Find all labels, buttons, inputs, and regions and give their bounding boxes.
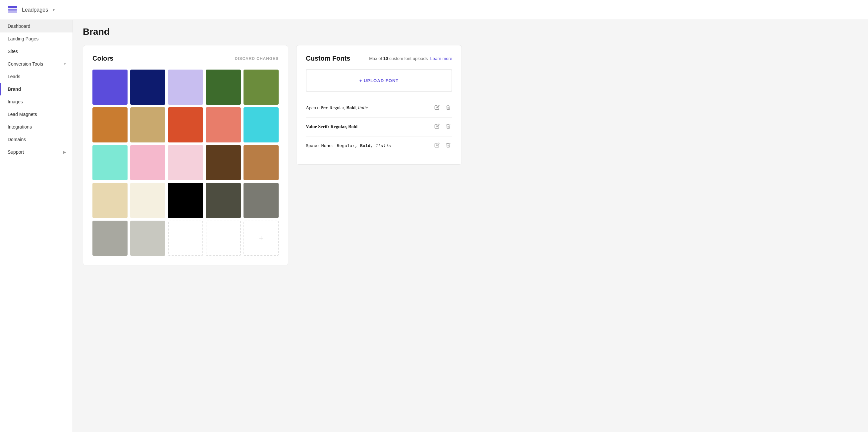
- sidebar-item-images[interactable]: Images: [0, 95, 72, 108]
- fonts-card-header: Custom Fonts Max of 10 custom font uploa…: [306, 55, 452, 62]
- main-content: Brand Colors DISCARD CHANGES + Custom Fo…: [73, 0, 868, 432]
- font-delete-button-space-mono[interactable]: [444, 141, 452, 150]
- sidebar-item-leads[interactable]: Leads: [0, 70, 72, 83]
- svg-rect-2: [8, 6, 17, 8]
- topbar-chevron-icon: ▾: [53, 8, 55, 12]
- sidebar-item-lead-magnets[interactable]: Lead Magnets: [0, 108, 72, 121]
- color-swatch-14[interactable]: [244, 145, 279, 180]
- color-swatch-2[interactable]: [168, 69, 203, 105]
- sidebar-item-label-lead-magnets: Lead Magnets: [8, 112, 66, 117]
- sidebar-item-label-dashboard: Dashboard: [8, 24, 66, 29]
- color-swatch-8[interactable]: [206, 107, 241, 143]
- color-swatch-24[interactable]: +: [244, 221, 279, 256]
- colors-card: Colors DISCARD CHANGES +: [83, 45, 288, 265]
- svg-rect-0: [8, 11, 17, 13]
- font-entry-value-serif: Value Serif: Regular, Bold: [306, 118, 452, 136]
- content-grid: Colors DISCARD CHANGES + Custom Fonts Ma…: [83, 45, 858, 265]
- color-swatch-22[interactable]: [168, 221, 203, 256]
- sidebar: Dashboard Landing Pages Sites Conversion…: [0, 0, 73, 432]
- topbar-logo[interactable]: Leadpages ▾: [7, 4, 55, 16]
- font-entry-space-mono: Space Mono: Regular, Bold, Italic: [306, 136, 452, 155]
- color-swatch-18[interactable]: [206, 183, 241, 218]
- color-swatch-13[interactable]: [206, 145, 241, 180]
- sidebar-chevron-conversion-tools: ▾: [64, 62, 66, 66]
- sidebar-item-label-brand: Brand: [8, 87, 66, 92]
- sidebar-item-integrations[interactable]: Integrations: [0, 121, 72, 133]
- font-actions-value-serif: [433, 122, 452, 131]
- upload-font-button[interactable]: + UPLOAD FONT: [360, 78, 399, 83]
- color-swatch-20[interactable]: [92, 221, 128, 256]
- color-swatch-23[interactable]: [206, 221, 241, 256]
- discard-changes-button[interactable]: DISCARD CHANGES: [235, 56, 279, 61]
- font-entry-apercu: Apercu Pro: Regular, Bold, Italic: [306, 99, 452, 118]
- sidebar-chevron-support: ▶: [63, 150, 66, 154]
- colors-section-title: Colors: [92, 55, 113, 62]
- sidebar-item-dashboard[interactable]: Dashboard: [0, 20, 72, 32]
- fonts-subtitle-suffix: custom font uploads: [389, 56, 428, 61]
- leadpages-logo-icon: [7, 4, 19, 16]
- sidebar-item-brand[interactable]: Brand: [0, 83, 72, 95]
- fonts-subtitle: Max of 10 custom font uploads Learn more: [369, 56, 452, 61]
- color-swatch-16[interactable]: [130, 183, 165, 218]
- font-edit-button-apercu[interactable]: [433, 103, 441, 113]
- font-name-space-mono: Space Mono: Regular, Bold, Italic: [306, 144, 433, 148]
- fonts-section-title: Custom Fonts: [306, 55, 350, 62]
- color-swatch-17[interactable]: [168, 183, 203, 218]
- color-swatch-9[interactable]: [244, 107, 279, 143]
- learn-more-link[interactable]: Learn more: [430, 56, 452, 61]
- svg-rect-1: [8, 9, 17, 10]
- topbar: Leadpages ▾: [0, 0, 868, 20]
- color-swatch-19[interactable]: [244, 183, 279, 218]
- sidebar-item-label-leads: Leads: [8, 74, 66, 79]
- font-edit-button-space-mono[interactable]: [433, 141, 441, 150]
- sidebar-item-label-sites: Sites: [8, 49, 66, 54]
- font-name-value-serif: Value Serif: Regular, Bold: [306, 124, 433, 129]
- font-actions-apercu: [433, 103, 452, 113]
- sidebar-item-label-support: Support: [8, 149, 63, 155]
- fonts-list: Apercu Pro: Regular, Bold, Italic Value …: [306, 99, 452, 155]
- sidebar-item-label-integrations: Integrations: [8, 124, 66, 129]
- sidebar-item-label-conversion-tools: Conversion Tools: [8, 61, 64, 67]
- sidebar-item-conversion-tools[interactable]: Conversion Tools ▾: [0, 58, 72, 70]
- color-swatch-3[interactable]: [206, 69, 241, 105]
- font-delete-button-apercu[interactable]: [444, 103, 452, 113]
- color-swatch-21[interactable]: [130, 221, 165, 256]
- sidebar-item-label-images: Images: [8, 99, 66, 104]
- color-grid: +: [92, 69, 279, 256]
- color-swatch-15[interactable]: [92, 183, 128, 218]
- color-swatch-0[interactable]: [92, 69, 128, 105]
- font-delete-button-value-serif[interactable]: [444, 122, 452, 131]
- topbar-brand-label: Leadpages: [22, 7, 48, 13]
- font-actions-space-mono: [433, 141, 452, 150]
- color-swatch-6[interactable]: [130, 107, 165, 143]
- color-swatch-7[interactable]: [168, 107, 203, 143]
- font-name-apercu: Apercu Pro: Regular, Bold, Italic: [306, 105, 433, 111]
- sidebar-item-support[interactable]: Support ▶: [0, 146, 72, 158]
- color-swatch-11[interactable]: [130, 145, 165, 180]
- max-fonts-count: 10: [383, 56, 388, 61]
- colors-card-header: Colors DISCARD CHANGES: [92, 55, 279, 62]
- color-swatch-4[interactable]: [244, 69, 279, 105]
- page-title: Brand: [83, 27, 858, 37]
- color-swatch-12[interactable]: [168, 145, 203, 180]
- sidebar-item-sites[interactable]: Sites: [0, 45, 72, 58]
- font-edit-button-value-serif[interactable]: [433, 122, 441, 131]
- color-swatch-1[interactable]: [130, 69, 165, 105]
- color-swatch-5[interactable]: [92, 107, 128, 143]
- sidebar-item-landing-pages[interactable]: Landing Pages: [0, 32, 72, 45]
- color-swatch-10[interactable]: [92, 145, 128, 180]
- sidebar-item-label-domains: Domains: [8, 137, 66, 142]
- sidebar-item-domains[interactable]: Domains: [0, 133, 72, 146]
- fonts-card: Custom Fonts Max of 10 custom font uploa…: [296, 45, 462, 165]
- upload-font-area: + UPLOAD FONT: [306, 69, 452, 92]
- sidebar-item-label-landing-pages: Landing Pages: [8, 36, 66, 41]
